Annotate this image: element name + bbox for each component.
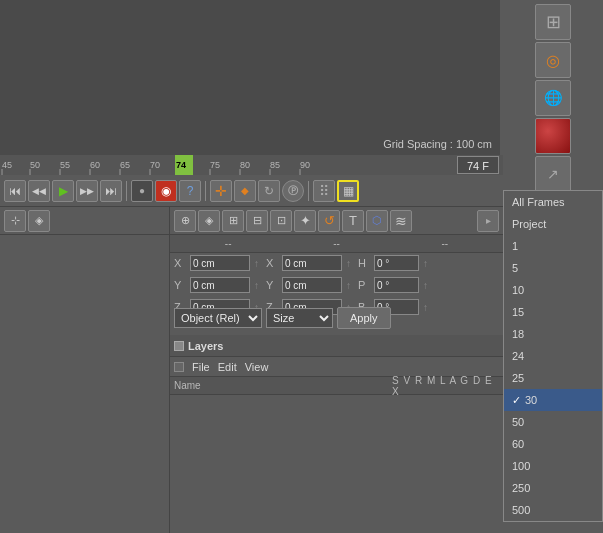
svg-text:65: 65 (120, 160, 130, 170)
help-btn[interactable]: ? (179, 180, 201, 202)
transform-mode-select[interactable]: Object (Rel) Object (Abs) World (174, 308, 262, 328)
menu-50[interactable]: 50 (504, 411, 602, 433)
all-frames-label: All Frames (512, 196, 565, 208)
svg-text:90: 90 (300, 160, 310, 170)
arrow-icon: ↗ (547, 166, 559, 182)
select-icon-btn[interactable]: ◈ (28, 210, 50, 232)
auto-key-btn[interactable]: ◉ (155, 180, 177, 202)
item-10-label: 10 (512, 284, 524, 296)
tb2-btn-10[interactable]: ≋ (390, 210, 412, 232)
coords-header: -- -- -- (170, 235, 503, 253)
x2-input[interactable] (282, 255, 342, 271)
view-menu[interactable]: View (245, 361, 269, 373)
frames-btn[interactable]: ▦ (337, 180, 359, 202)
menu-500[interactable]: 500 (504, 499, 602, 521)
p-label: P (358, 279, 370, 291)
col-flags-header: S V R M L A G D E X (392, 375, 499, 397)
item-60-label: 60 (512, 438, 524, 450)
item-15-label: 15 (512, 306, 524, 318)
separator1 (126, 181, 127, 201)
frame-counter[interactable]: 74 F (457, 156, 499, 174)
grid-icon-btn[interactable]: ⊞ (535, 4, 571, 40)
item-250-label: 250 (512, 482, 530, 494)
menu-15[interactable]: 15 (504, 301, 602, 323)
tb2-btn-2[interactable]: ◈ (198, 210, 220, 232)
item-50-label: 50 (512, 416, 524, 428)
tb2-btn-4[interactable]: ⊟ (246, 210, 268, 232)
next-frame-btn[interactable]: ▶▶ (76, 180, 98, 202)
apply-btn[interactable]: Apply (337, 307, 391, 329)
svg-text:45: 45 (2, 160, 12, 170)
menu-30[interactable]: 30 (504, 389, 602, 411)
edit-menu[interactable]: Edit (218, 361, 237, 373)
svg-text:50: 50 (30, 160, 40, 170)
menu-25[interactable]: 25 (504, 367, 602, 389)
y2-label: Y (266, 279, 278, 291)
keyframe-btn[interactable]: ◆ (234, 180, 256, 202)
p-arrow: ↑ (423, 280, 431, 291)
layers-menu-icon (174, 362, 184, 372)
layers-columns: Name S V R M L A G D E X (170, 377, 503, 395)
menu-250[interactable]: 250 (504, 477, 602, 499)
svg-text:74: 74 (176, 160, 186, 170)
dropdown-menu: All Frames Project 1 5 10 15 18 24 25 30… (503, 190, 603, 522)
record-btn[interactable]: ● (131, 180, 153, 202)
tb2-btn-8[interactable]: T (342, 210, 364, 232)
x-label: X (174, 257, 186, 269)
menu-100[interactable]: 100 (504, 455, 602, 477)
menu-10[interactable]: 10 (504, 279, 602, 301)
globe-icon-btn[interactable]: 🌐 (535, 80, 571, 116)
tb2-btn-9[interactable]: ⬡ (366, 210, 388, 232)
menu-18[interactable]: 18 (504, 323, 602, 345)
grid-spacing-label: Grid Spacing : 100 cm (383, 138, 492, 150)
transform-type-select[interactable]: Size Position Rotation (266, 308, 333, 328)
arrow-icon-btn[interactable]: ↗ (535, 156, 571, 192)
project-label: Project (512, 218, 546, 230)
play-btn[interactable]: ▶ (52, 180, 74, 202)
tb2-btn-7[interactable]: ↺ (318, 210, 340, 232)
menu-project[interactable]: Project (504, 213, 602, 235)
render-icon-btn[interactable]: ◎ (535, 42, 571, 78)
menu-24[interactable]: 24 (504, 345, 602, 367)
move-btn[interactable]: ✛ (210, 180, 232, 202)
menu-all-frames[interactable]: All Frames (504, 191, 602, 213)
file-menu[interactable]: File (192, 361, 210, 373)
ruler: 45 50 55 60 65 70 74 75 80 85 90 74 F (0, 155, 503, 175)
svg-text:60: 60 (90, 160, 100, 170)
x-row: X ↑ X ↑ H ↑ (170, 253, 503, 273)
tb2-btn-1[interactable]: ⊕ (174, 210, 196, 232)
prev-frame-btn[interactable]: ◀◀ (28, 180, 50, 202)
left-panel (0, 235, 170, 533)
x-input[interactable] (190, 255, 250, 271)
cursor-icon-btn[interactable]: ⊹ (4, 210, 26, 232)
tb2-btn-5[interactable]: ⊡ (270, 210, 292, 232)
item-500-label: 500 (512, 504, 530, 516)
h-input[interactable] (374, 255, 419, 271)
x-arrow: ↑ (254, 258, 262, 269)
tb2-extra-btn[interactable]: ▸ (477, 210, 499, 232)
menu-5[interactable]: 5 (504, 257, 602, 279)
options-btn[interactable]: ⠿ (313, 180, 335, 202)
menu-1[interactable]: 1 (504, 235, 602, 257)
go-end-btn[interactable]: ⏭ (100, 180, 122, 202)
item-24-label: 24 (512, 350, 524, 362)
tb2-btn-6[interactable]: ✦ (294, 210, 316, 232)
playback-bar: ⏮ ◀◀ ▶ ▶▶ ⏭ ● ◉ ? ✛ ◆ ↻ Ⓟ ⠿ ▦ (0, 175, 503, 207)
sphere-icon-btn[interactable] (535, 118, 571, 154)
left-top-icons: ⊹ ◈ (0, 207, 170, 235)
tb2-btn-3[interactable]: ⊞ (222, 210, 244, 232)
item-100-label: 100 (512, 460, 530, 472)
y2-input[interactable] (282, 277, 342, 293)
col-name-header: Name (174, 380, 388, 391)
y-input[interactable] (190, 277, 250, 293)
viewport: Grid Spacing : 100 cm (0, 0, 500, 155)
svg-text:70: 70 (150, 160, 160, 170)
go-start-btn[interactable]: ⏮ (4, 180, 26, 202)
y-row: Y ↑ Y ↑ P ↑ (170, 275, 503, 295)
loop-btn[interactable]: ↻ (258, 180, 280, 202)
svg-text:80: 80 (240, 160, 250, 170)
p-input[interactable] (374, 277, 419, 293)
layers-icon (174, 341, 184, 351)
menu-60[interactable]: 60 (504, 433, 602, 455)
motion-path-btn[interactable]: Ⓟ (282, 180, 304, 202)
